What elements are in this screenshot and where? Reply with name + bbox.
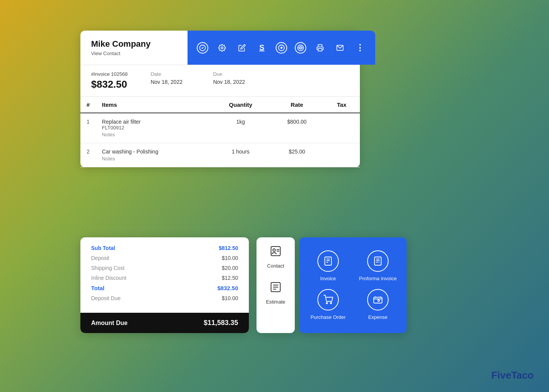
deposit-due-value: $10.00 [222, 295, 238, 301]
purchase-order-icon [317, 289, 339, 310]
company-name: Mike Company [91, 39, 176, 49]
col-quantity: Quantity [211, 97, 271, 113]
col-rate: Rate [270, 97, 324, 113]
estimate-icon [270, 281, 282, 296]
check-circle-icon[interactable] [197, 42, 208, 54]
proforma-label: Proforma Invoice [359, 276, 397, 281]
pencil-icon[interactable] [236, 42, 248, 54]
discount-row: Inline Discount $12.50 [91, 275, 238, 281]
date-value: Nov 18, 2022 [150, 79, 182, 85]
svg-rect-20 [374, 257, 381, 265]
invoice-due-field: Due Nov 18, 2022 [213, 71, 245, 90]
svg-point-9 [273, 249, 276, 252]
gear-icon[interactable] [216, 42, 228, 54]
item-num: 2 [80, 143, 96, 156]
svg-point-26 [330, 302, 332, 304]
invoice-number: #Invoice 102568 [91, 71, 127, 77]
brand-text: FiveTaco [491, 369, 534, 381]
table-row: 1 Replace air filter FLT00912 1kg $800.0… [80, 113, 360, 131]
table-row: 2 Car washing - Polishing 1 hours $25.00 [80, 143, 360, 156]
item-code: FLT00912 [102, 125, 204, 131]
svg-rect-16 [325, 257, 331, 265]
item-name: Replace air filter [102, 119, 204, 125]
total-row: Total $832.50 [91, 285, 238, 291]
deposit-label: Deposit [91, 255, 109, 261]
mail-icon[interactable] [334, 42, 346, 54]
item-tax [324, 143, 360, 156]
item-rate: $800.00 [270, 113, 324, 131]
col-items: Items [96, 97, 211, 113]
col-number: # [80, 97, 96, 113]
invoice-button[interactable]: Invoice [307, 250, 349, 281]
total-value: $832.50 [217, 285, 238, 291]
invoice-date-field: Date Nov 18, 2022 [150, 71, 182, 90]
col-tax: Tax [324, 97, 360, 113]
item-name: Car washing - Polishing [102, 149, 204, 155]
item-details: Car washing - Polishing [96, 143, 211, 156]
item-rate: $25.00 [270, 143, 324, 156]
totals-card: Sub Total $812.50 Deposit $10.00 Shippin… [80, 237, 249, 333]
eye-icon[interactable] [295, 42, 306, 54]
more-icon[interactable]: ⋮ [354, 42, 366, 54]
company-section: Mike Company View Contact [80, 31, 188, 65]
purchase-order-label: Purchase Order [310, 314, 346, 320]
invoice-icon [317, 250, 339, 272]
item-qty: 1kg [211, 113, 271, 131]
contact-label: Contact [267, 263, 284, 269]
item-qty: 1 hours [211, 143, 271, 156]
right-panel: Contact Estimate [257, 237, 407, 333]
svg-point-1 [221, 47, 223, 49]
branding: FiveTaco [491, 369, 534, 381]
amount-due-label: Amount Due [91, 320, 127, 327]
view-contact-link[interactable]: View Contact [91, 51, 176, 56]
svg-point-25 [326, 302, 327, 304]
subtotal-row: Sub Total $812.50 [91, 245, 238, 251]
amount-due-value: $11,583.35 [204, 319, 238, 327]
contact-sidebar: Contact Estimate [257, 237, 295, 333]
proforma-button[interactable]: Proforma Invoice [357, 250, 399, 281]
total-label: Total [91, 285, 105, 291]
purchase-order-button[interactable]: Purchase Order [307, 289, 349, 320]
expense-button[interactable]: Expense [357, 289, 399, 320]
table-row-notes-2: Notes [80, 155, 360, 167]
discount-label: Inline Discount [91, 275, 126, 281]
deposit-due-row: Deposit Due $10.00 [91, 295, 238, 301]
sidebar-estimate[interactable]: Estimate [266, 281, 286, 305]
item-num: 1 [80, 113, 96, 131]
actions-card: Invoice Proforma Invoice [299, 237, 407, 333]
invoice-label: Invoice [320, 276, 336, 281]
proforma-icon [367, 250, 389, 272]
shipping-row: Shipping Cost $20.00 [91, 265, 238, 271]
due-label: Due [213, 71, 245, 77]
item-notes: Notes [96, 131, 360, 143]
estimate-label: Estimate [266, 299, 286, 305]
toolbar: S ⋮ [188, 31, 375, 65]
invoice-meta: #Invoice 102568 $832.50 Date Nov 18, 202… [80, 65, 360, 97]
due-value: Nov 18, 2022 [213, 79, 245, 85]
deposit-value: $10.00 [222, 255, 238, 261]
item-details: Replace air filter FLT00912 [96, 113, 211, 131]
shipping-value: $20.00 [222, 265, 238, 271]
deposit-due-label: Deposit Due [91, 295, 121, 301]
svg-point-5 [300, 47, 301, 48]
shipping-label: Shipping Cost [91, 265, 124, 271]
dollar-circle-icon[interactable] [276, 42, 287, 54]
bottom-section: Sub Total $812.50 Deposit $10.00 Shippin… [80, 237, 425, 333]
expense-label: Expense [368, 314, 388, 320]
table-row-notes: Notes [80, 131, 360, 143]
invoice-amount: $832.50 [91, 78, 127, 90]
printer-icon[interactable] [314, 42, 326, 54]
discount-value: $12.50 [222, 275, 238, 281]
expense-icon [367, 289, 389, 310]
strikethrough-icon[interactable]: S [256, 42, 268, 54]
sidebar-contact[interactable]: Contact [267, 245, 284, 269]
subtotal-label: Sub Total [91, 245, 115, 251]
invoice-table: # Items Quantity Rate Tax 1 Replace air … [80, 97, 360, 167]
item-tax [324, 113, 360, 131]
subtotal-value: $812.50 [219, 245, 238, 251]
invoice-card: Mike Company View Contact S [80, 31, 360, 167]
contact-icon [270, 245, 282, 260]
svg-rect-6 [318, 48, 322, 51]
date-label: Date [150, 71, 182, 77]
amount-due-bar: Amount Due $11,583.35 [80, 313, 249, 333]
